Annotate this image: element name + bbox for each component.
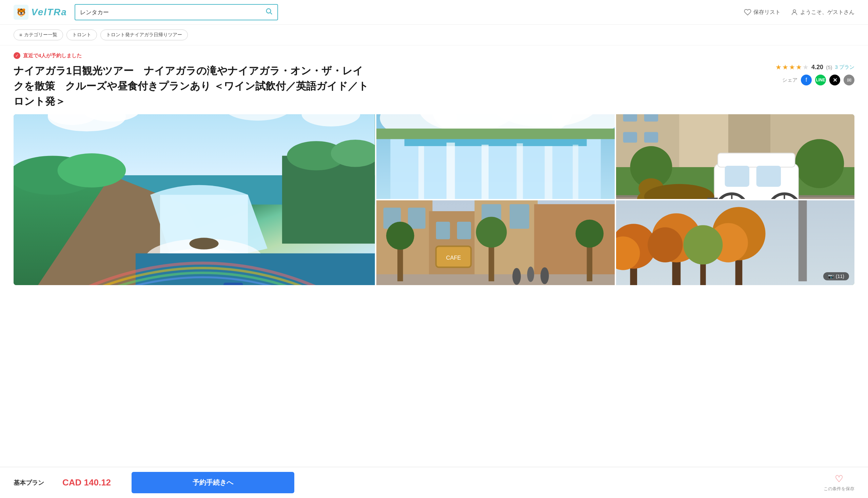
camera-icon: 📷 bbox=[828, 274, 834, 279]
line-icon: LINE bbox=[816, 78, 825, 82]
stars: ★ ★ ★ ★ ★ bbox=[775, 63, 809, 71]
svg-point-4 bbox=[793, 10, 795, 12]
image-grid: CAFE bbox=[14, 114, 854, 285]
main-image-illustration bbox=[14, 114, 375, 285]
svg-text:🐯: 🐯 bbox=[17, 8, 26, 17]
user-menu-button[interactable]: ようこそ、ゲストさん bbox=[791, 9, 854, 16]
search-area bbox=[75, 4, 278, 20]
header-right: 保存リスト ようこそ、ゲストさん bbox=[744, 9, 854, 16]
breadcrumb-niagara-label: トロント発ナイアガラ日帰りツアー bbox=[106, 32, 182, 38]
breadcrumb: ≡ カテゴリー一覧 トロント トロント発ナイアガラ日帰りツアー bbox=[0, 25, 868, 45]
share-row: シェア f LINE ✕ ✉ bbox=[782, 75, 854, 86]
main-content: ✓ 直近で4人が予約しました ナイアガラ1日観光ツアー ナイアガラの滝やナイアガ… bbox=[0, 45, 868, 292]
menu-icon: ≡ bbox=[19, 32, 22, 38]
image-bottom-middle[interactable]: CAFE bbox=[376, 200, 615, 285]
mail-icon: ✉ bbox=[847, 77, 851, 83]
svg-point-95 bbox=[575, 220, 604, 248]
svg-rect-35 bbox=[446, 143, 455, 199]
svg-rect-58 bbox=[725, 166, 749, 187]
share-x-button[interactable]: ✕ bbox=[829, 75, 840, 86]
svg-rect-47 bbox=[623, 114, 637, 122]
alert-icon: ✓ bbox=[14, 52, 20, 59]
bot-right-image-illustration bbox=[616, 200, 854, 285]
page-title: ナイアガラ1日観光ツアー ナイアガラの滝やナイアガラ・オン・ザ・レイクを散策 ク… bbox=[14, 63, 370, 109]
image-main[interactable] bbox=[14, 114, 375, 285]
logo-text: VelTRa bbox=[31, 7, 67, 18]
x-icon: ✕ bbox=[833, 77, 837, 83]
rating-count: (5) bbox=[826, 64, 832, 70]
search-button[interactable] bbox=[265, 8, 273, 17]
svg-rect-84 bbox=[457, 222, 471, 239]
rating-row: ★ ★ ★ ★ ★ 4.20 (5) 3 プラン bbox=[775, 63, 854, 71]
svg-rect-39 bbox=[573, 145, 578, 199]
image-bottom-right[interactable]: 📷 (11) bbox=[616, 200, 854, 285]
svg-rect-36 bbox=[482, 145, 489, 199]
svg-point-110 bbox=[648, 227, 683, 262]
veltra-tiger-icon: 🐯 bbox=[14, 5, 28, 19]
heart-icon bbox=[744, 9, 751, 16]
svg-point-55 bbox=[795, 139, 844, 188]
save-list-label: 保存リスト bbox=[753, 9, 780, 16]
svg-rect-48 bbox=[644, 114, 658, 122]
header: 🐯 VelTRa 保存リスト ようこそ、ゲストさん bbox=[0, 0, 868, 25]
title-right: ★ ★ ★ ★ ★ 4.20 (5) 3 プラン シェア f LINE bbox=[775, 63, 854, 86]
svg-point-93 bbox=[476, 217, 507, 248]
rating-score: 4.20 bbox=[811, 64, 823, 71]
breadcrumb-toronto[interactable]: トロント bbox=[66, 29, 97, 40]
svg-rect-86 bbox=[509, 204, 529, 228]
svg-rect-38 bbox=[544, 146, 552, 199]
svg-text:CAFE: CAFE bbox=[446, 254, 461, 261]
share-mail-button[interactable]: ✉ bbox=[844, 75, 854, 86]
star-1: ★ bbox=[775, 63, 781, 71]
svg-rect-89 bbox=[376, 274, 615, 285]
svg-rect-57 bbox=[718, 153, 795, 167]
top-mid-image-illustration bbox=[376, 114, 615, 199]
image-top-middle[interactable] bbox=[376, 114, 615, 199]
svg-rect-24 bbox=[223, 283, 243, 285]
svg-point-16 bbox=[58, 153, 126, 187]
star-3: ★ bbox=[789, 63, 795, 71]
svg-rect-82 bbox=[408, 208, 425, 229]
star-2: ★ bbox=[782, 63, 788, 71]
svg-rect-49 bbox=[623, 132, 637, 143]
star-5: ★ bbox=[803, 63, 809, 71]
svg-point-98 bbox=[540, 267, 549, 284]
svg-rect-102 bbox=[799, 200, 807, 281]
photo-count: (11) bbox=[836, 274, 844, 279]
user-icon bbox=[791, 9, 798, 16]
bot-mid-image-illustration: CAFE bbox=[376, 200, 615, 285]
svg-rect-50 bbox=[644, 132, 658, 143]
alert-bar: ✓ 直近で4人が予約しました bbox=[14, 52, 854, 59]
svg-rect-41 bbox=[376, 129, 615, 139]
svg-rect-37 bbox=[516, 143, 523, 199]
plan-count: 3 プラン bbox=[835, 64, 854, 70]
svg-rect-59 bbox=[756, 166, 780, 187]
star-4: ★ bbox=[796, 63, 802, 71]
share-line-button[interactable]: LINE bbox=[815, 75, 826, 86]
svg-point-96 bbox=[512, 268, 521, 285]
svg-point-115 bbox=[683, 225, 723, 264]
svg-rect-34 bbox=[418, 146, 424, 199]
search-input[interactable] bbox=[80, 9, 262, 16]
svg-point-91 bbox=[386, 222, 414, 250]
search-icon bbox=[265, 8, 273, 15]
facebook-icon: f bbox=[806, 77, 807, 83]
logo-area: 🐯 VelTRa bbox=[14, 5, 68, 19]
svg-point-97 bbox=[527, 266, 534, 282]
image-top-right[interactable] bbox=[616, 114, 854, 199]
svg-rect-83 bbox=[436, 222, 450, 239]
svg-point-25 bbox=[189, 238, 218, 249]
breadcrumb-toronto-label: トロント bbox=[72, 32, 91, 38]
photo-count-badge[interactable]: 📷 (11) bbox=[823, 272, 849, 280]
top-right-image-illustration bbox=[616, 114, 854, 199]
breadcrumb-category[interactable]: ≡ カテゴリー一覧 bbox=[14, 29, 63, 40]
share-facebook-button[interactable]: f bbox=[801, 75, 812, 86]
alert-text: 直近で4人が予約しました bbox=[23, 53, 82, 59]
share-label: シェア bbox=[782, 77, 798, 83]
user-label: ようこそ、ゲストさん bbox=[800, 9, 854, 16]
breadcrumb-category-label: カテゴリー一覧 bbox=[24, 32, 57, 38]
breadcrumb-niagara-tour[interactable]: トロント発ナイアガラ日帰りツアー bbox=[100, 29, 188, 40]
save-list-button[interactable]: 保存リスト bbox=[744, 9, 780, 16]
title-row: ナイアガラ1日観光ツアー ナイアガラの滝やナイアガラ・オン・ザ・レイクを散策 ク… bbox=[14, 63, 854, 109]
svg-point-2 bbox=[266, 9, 271, 13]
